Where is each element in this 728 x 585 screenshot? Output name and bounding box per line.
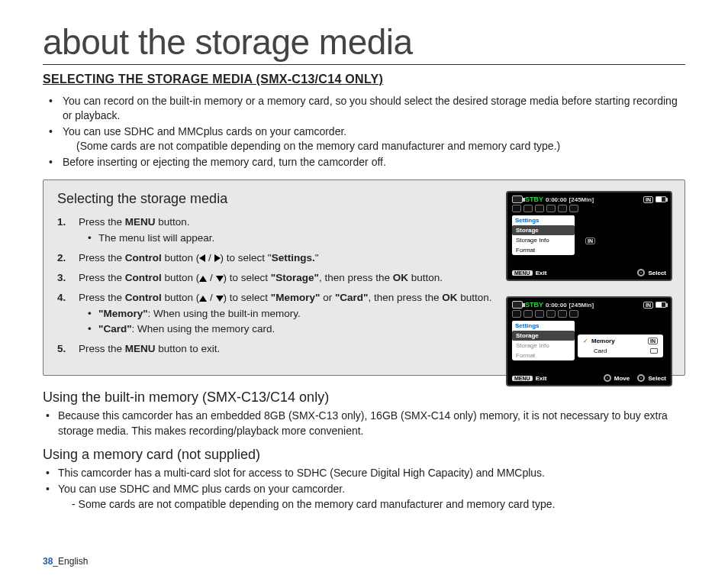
step-5: Press the MENU button to exit. — [57, 341, 500, 357]
battery-icon — [656, 196, 666, 202]
intro-bullet-1: You can record on the built-in memory or… — [49, 94, 685, 123]
select-label: Select — [648, 375, 666, 382]
lcd-screen-1: STBY 0:00:00 [245Min] IN — [506, 191, 672, 281]
mini-icon — [512, 310, 521, 318]
in-chip: IN — [643, 196, 653, 203]
menu-button-label: MENU — [512, 270, 533, 276]
exit-label: Exit — [536, 270, 547, 276]
step-4-sub-2: "Card": When using the memory card. — [88, 322, 500, 337]
stby-label: STBY — [525, 301, 543, 309]
mini-icon — [535, 205, 544, 212]
triangle-right-icon — [214, 254, 221, 262]
menu-storage-info: Storage Info — [512, 235, 575, 245]
triangle-down-icon — [216, 296, 224, 302]
section-heading: SELECTING THE STORAGE MEDIA (SMX-C13/C14… — [43, 73, 685, 86]
builtin-bullets: Because this camcorder has an embedded 8… — [43, 409, 685, 438]
mini-icon — [512, 205, 521, 212]
step-4-sub-1: "Memory": When using the built-in memory… — [88, 306, 500, 322]
triangle-up-icon — [199, 276, 207, 282]
panel-heading: Selecting the storage media — [57, 191, 500, 207]
menu-button-label: MENU — [512, 376, 533, 381]
mini-icon — [535, 310, 544, 318]
menu-storage: Storage — [512, 331, 575, 341]
time-counter: 0:00:00 — [546, 302, 567, 309]
value-card: Card — [581, 346, 660, 356]
intro-bullet-2-sub: (Some cards are not compatible depending… — [63, 139, 685, 154]
in-chip-small: IN — [648, 338, 658, 344]
menu-storage-info: Storage Info — [512, 341, 575, 351]
stby-label: STBY — [525, 196, 543, 203]
camera-icon — [512, 196, 523, 203]
in-chip-small: IN — [585, 238, 595, 244]
triangle-left-icon — [199, 254, 205, 262]
memcard-bullet-1: This camcorder has a multi-card slot for… — [46, 466, 685, 481]
menu-format: Format — [512, 245, 575, 255]
mini-icon — [523, 310, 533, 318]
mini-icon — [523, 205, 533, 212]
mini-icon — [558, 205, 567, 212]
settings-tab: Settings — [512, 321, 575, 331]
move-label: Move — [614, 375, 630, 382]
intro-bullet-2: You can use SDHC and MMCplus cards on yo… — [49, 124, 685, 154]
dpad-icon — [604, 374, 611, 382]
mini-icon — [569, 310, 578, 318]
step-3: Press the Control button ( / ) to select… — [57, 270, 500, 286]
step-1-sub: The menu list will appear. — [88, 231, 500, 246]
memcard-heading: Using a memory card (not supplied) — [43, 447, 685, 463]
card-icon — [650, 348, 658, 354]
ok-dot-icon — [637, 374, 645, 382]
steps-panel: Selecting the storage media Press the ME… — [43, 179, 685, 376]
triangle-down-icon — [216, 276, 224, 282]
builtin-bullet-1: Because this camcorder has an embedded 8… — [46, 409, 685, 438]
camera-icon — [512, 301, 523, 309]
memcard-bullet-2: You can use SDHC and MMC plus cards on y… — [46, 482, 685, 512]
lcd-screen-2: STBY 0:00:00 [245Min] IN — [506, 296, 672, 386]
exit-label: Exit — [536, 375, 547, 382]
page-lang: _English — [53, 556, 88, 567]
value-memory: ✓ Memory IN — [581, 336, 660, 346]
step-4: Press the Control button ( / ) to select… — [57, 290, 500, 337]
menu-storage: Storage — [512, 225, 575, 235]
battery-icon — [656, 302, 666, 308]
remain-time: [245Min] — [569, 302, 594, 309]
memcard-bullets: This camcorder has a multi-card slot for… — [43, 466, 685, 512]
settings-tab: Settings — [512, 215, 575, 225]
menu-format: Format — [512, 351, 575, 360]
intro-bullet-3: Before inserting or ejecting the memory … — [49, 155, 685, 170]
page-footer: 38_English — [43, 556, 88, 567]
time-counter: 0:00:00 — [546, 196, 567, 203]
mini-icon — [546, 310, 556, 318]
step-2: Press the Control button ( / ) to select… — [57, 250, 500, 266]
step-1: Press the MENU button. The menu list wil… — [57, 215, 500, 246]
check-icon: ✓ — [583, 338, 588, 344]
triangle-up-icon — [199, 296, 207, 302]
intro-bullets: You can record on the built-in memory or… — [43, 94, 685, 169]
mini-icon — [546, 205, 556, 212]
ok-dot-icon — [637, 269, 645, 276]
page-title: about the storage media — [43, 21, 685, 65]
select-label: Select — [648, 270, 666, 276]
page-number: 38 — [43, 556, 53, 567]
remain-time: [245Min] — [569, 196, 594, 203]
memcard-bullet-2-sub: - Some cards are not compatible dependin… — [58, 497, 685, 512]
steps-list: Press the MENU button. The menu list wil… — [57, 215, 500, 357]
lcd-screenshots: STBY 0:00:00 [245Min] IN — [506, 191, 672, 402]
in-chip: IN — [643, 302, 653, 309]
mini-icon — [569, 205, 578, 212]
mini-icon — [558, 310, 567, 318]
